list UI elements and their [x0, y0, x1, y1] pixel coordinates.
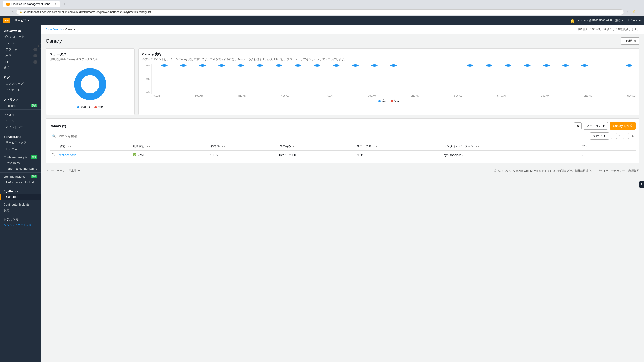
extension-icon[interactable]: ⚡ — [631, 9, 636, 14]
sidebar-item-resources[interactable]: Resources — [0, 160, 41, 166]
sidebar-cloudwatch-header[interactable]: CloudWatch — [0, 27, 41, 33]
sort-success-icon: ▲▼ — [221, 145, 226, 148]
sidebar-item-ok[interactable]: OK 0 — [0, 59, 41, 65]
reload-button[interactable]: ↻ — [10, 9, 15, 15]
breadcrumb-cloudwatch[interactable]: CloudWatch — [46, 27, 62, 31]
sidebar-log-header[interactable]: ログ — [0, 73, 41, 80]
services-button[interactable]: サービス ▼ — [13, 17, 32, 23]
search-box[interactable]: 🔍 — [50, 133, 588, 139]
tab-close[interactable]: ✕ — [54, 3, 56, 5]
sidebar-item-insufficient[interactable]: 不足 0 — [0, 53, 41, 59]
chart-area[interactable]: 100% 50% 0% — [142, 64, 636, 103]
sidebar-item-explorer[interactable]: Explorer 新規 — [0, 103, 41, 109]
row-radio-cell[interactable] — [50, 150, 57, 159]
sidebar-item-billing[interactable]: 請求 — [0, 65, 41, 71]
canary-chart-title: Canary 実行 — [142, 52, 636, 56]
x-label-10: 6:00 AM — [540, 95, 549, 97]
info-sidebar-icon[interactable]: ℹ — [640, 181, 644, 188]
chart-failure-dot — [391, 100, 393, 102]
time-range-button[interactable]: 3 時間 ▼ — [621, 37, 640, 45]
th-success-rate[interactable]: 成功 % ▲▼ — [208, 142, 277, 150]
footer: フィードバック 日本語 ▼ © 2008 - 2020, Amazon Web … — [41, 167, 644, 175]
browser-tab[interactable]: CloudWatch Management Cons... ✕ — [3, 1, 60, 7]
sidebar-divider-7 — [0, 186, 41, 186]
chart-success-legend: 成功 — [378, 99, 387, 103]
sidebar-item-service-map[interactable]: サービスマップ — [0, 139, 41, 146]
sidebar-item-rules[interactable]: ルール — [0, 118, 41, 124]
user-account[interactable]: kazaana @ 5769-5092-0858 — [578, 19, 612, 22]
sidebar-metrics-header[interactable]: メトリクス — [0, 95, 41, 103]
aws-logo: aws — [3, 18, 11, 23]
row-status-cell: 実行中 — [354, 150, 442, 159]
status-panel: ステータス 現在実行中の Canary のステータス配分 成功 (2) — [46, 48, 135, 115]
content-header: CloudWatch › Canary 最終更新: 6:36 AM。60 秒ごと… — [41, 25, 644, 34]
notifications-icon[interactable]: 🔔 — [570, 18, 575, 23]
terms-link[interactable]: 利用規約 — [628, 169, 640, 173]
bookmark-icon[interactable]: ☆ — [625, 9, 630, 14]
y-label-0: 0% — [142, 91, 150, 94]
add-dashboard-link[interactable]: ⊕ ダッシュボードを追加 — [4, 223, 38, 227]
support-menu[interactable]: サポート ▼ — [627, 19, 641, 22]
sidebar-events-header[interactable]: イベント — [0, 111, 41, 118]
sidebar-item-alarms[interactable]: アラーム 0 — [0, 46, 41, 53]
x-label-1: 3:45 AM — [151, 95, 160, 97]
svg-point-6 — [238, 64, 244, 67]
sidebar-divider-4 — [0, 132, 41, 132]
success-legend-dot — [77, 106, 80, 108]
browser-chrome: CloudWatch Management Cons... ✕ + — [0, 0, 644, 8]
create-canary-button[interactable]: Canary を作成 — [610, 122, 636, 130]
url-text: ap-northeast-1.console.aws.amazon.com/cl… — [23, 10, 151, 14]
back-button[interactable]: ‹ — [2, 9, 5, 15]
search-input[interactable] — [58, 134, 586, 138]
sidebar-item-contributor-insights[interactable]: Contributor Insights — [0, 202, 41, 207]
copyright-text: © 2008 - 2020, Amazon Web Services, Inc.… — [494, 169, 594, 173]
th-created[interactable]: 作成済み ▲▼ — [277, 142, 354, 150]
aws-logo-inner: aws — [3, 18, 10, 23]
sidebar-synthetics-header[interactable]: Synthetics — [0, 187, 41, 194]
th-status[interactable]: ステータス ▲▼ — [354, 142, 442, 150]
language-selector[interactable]: 日本語 ▼ — [68, 169, 80, 173]
table-settings-button[interactable]: ⚙ — [631, 133, 636, 139]
svg-point-8 — [276, 64, 282, 67]
success-check-icon: ✅ — [133, 153, 136, 156]
th-runtime[interactable]: ランタイムバージョン ▲▼ — [442, 142, 580, 150]
forward-button[interactable]: › — [6, 9, 9, 15]
privacy-link[interactable]: プライバシーポリシー — [598, 169, 625, 173]
canary-name-link[interactable]: test-scenario — [59, 153, 76, 157]
sidebar-item-lambda-perf[interactable]: Performance Monitoring — [0, 180, 41, 185]
sidebar-item-container-insights[interactable]: Container Insights 新規 — [0, 154, 41, 160]
container-badge: 新規 — [31, 155, 38, 159]
sidebar-item-insights[interactable]: インサイト — [0, 87, 41, 93]
table-title: Canary (2) — [50, 124, 66, 128]
two-column-row: ステータス 現在実行中の Canary のステータス配分 成功 (2) — [46, 48, 640, 115]
sidebar-item-dashboard[interactable]: ダッシュボード — [0, 33, 41, 40]
new-tab-button[interactable]: + — [62, 1, 67, 7]
sidebar-item-canaries[interactable]: Canaries — [0, 194, 41, 200]
refresh-button[interactable]: ↻ — [574, 122, 582, 129]
sidebar-item-eventbus[interactable]: イベントバス — [0, 124, 41, 131]
x-label-3: 4:15 AM — [238, 95, 246, 97]
sidebar-servicelens-header[interactable]: ServiceLens — [0, 133, 41, 139]
th-last-run[interactable]: 最終実行 ▲▼ — [130, 142, 208, 150]
sidebar-item-performance-monitoring[interactable]: Performance monitoring — [0, 166, 41, 172]
region-selector[interactable]: 東京 ▼ — [615, 19, 624, 22]
status-filter-dropdown[interactable]: 実行中 ▼ — [590, 132, 609, 140]
prev-page-button[interactable]: ‹ — [611, 133, 617, 139]
th-name[interactable]: 名前 ▲▼ — [57, 142, 130, 150]
sidebar-item-traces[interactable]: トレース — [0, 146, 41, 152]
svg-point-12 — [352, 64, 358, 67]
th-alarms[interactable]: アラーム — [580, 142, 636, 150]
sidebar-divider-5 — [0, 153, 41, 153]
sidebar-item-lambda-insights[interactable]: Lambda Insights 新規 — [0, 174, 41, 180]
menu-icon[interactable]: ⋮ — [637, 9, 642, 14]
actions-dropdown[interactable]: アクション ▼ — [584, 122, 608, 130]
next-page-button[interactable]: › — [623, 133, 629, 139]
feedback-link[interactable]: フィードバック — [46, 169, 65, 173]
sidebar-item-log-groups[interactable]: ロググループ — [0, 80, 41, 87]
row-radio-input[interactable] — [52, 153, 55, 156]
sidebar-divider-3 — [0, 109, 41, 110]
explorer-badge: 新規 — [31, 104, 38, 107]
sidebar-item-alarms-header[interactable]: アラーム — [0, 40, 41, 46]
sidebar-item-settings[interactable]: 設定 — [0, 207, 41, 214]
address-field[interactable]: 🔒 ap-northeast-1.console.aws.amazon.com/… — [16, 9, 624, 15]
